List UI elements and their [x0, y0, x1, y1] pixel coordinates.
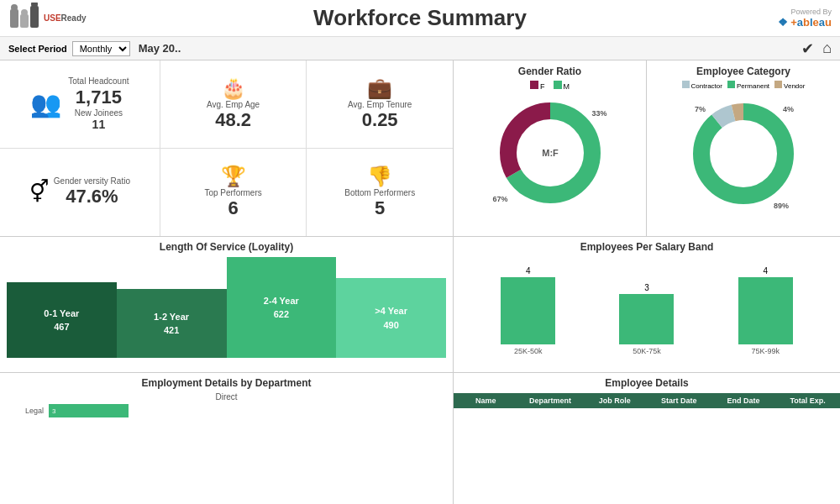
- salary-bar-rect-0: [501, 277, 555, 344]
- trophy-icon: 🏆: [221, 165, 246, 188]
- salary-bars-container: 4 25K-50k 3 50K-75k 4 75K-99k: [460, 256, 833, 355]
- employee-details-title: Employee Details: [454, 373, 840, 393]
- dept-name-0: Legal: [7, 407, 49, 415]
- female-legend: F: [530, 81, 545, 91]
- kpi-row: 👥 Total Headcount 1,715 New Joinees 11 🎂…: [0, 60, 840, 237]
- salary-bar-group-2: 4 75K-99k: [736, 266, 795, 355]
- tableau-logo: ❖ +ableau: [722, 16, 832, 29]
- page-title: Workforce Summary: [313, 5, 527, 30]
- select-period-label: Select Period: [8, 44, 67, 54]
- home-icon[interactable]: ⌂: [822, 39, 832, 58]
- employee-cat-donut-container: 89% 7% 4%: [685, 92, 802, 213]
- pct-33-label: 33%: [591, 109, 606, 118]
- avg-tenure-card: 💼 Avg. Emp Tenure 0.25: [307, 60, 453, 148]
- bottom-performers-card: 👎 Bottom Performers 5: [307, 149, 453, 237]
- date-label: May 20..: [139, 42, 181, 55]
- salary-val-1: 3: [644, 283, 649, 292]
- pct-89-label: 89%: [774, 202, 789, 210]
- toolbar: Select Period Monthly Weekly Yearly May …: [0, 37, 840, 60]
- employee-category-title: Employee Category: [652, 66, 835, 77]
- col-end: End Date: [711, 396, 776, 405]
- col-name: Name: [454, 396, 518, 405]
- dept-bar-fill-0: 3: [49, 404, 129, 417]
- permanent-legend: Permanent: [727, 81, 769, 90]
- loyalty-title: Length Of Service (Loyality): [7, 241, 446, 253]
- bottom-performers-label: Bottom Performers: [344, 188, 415, 197]
- avg-age-label: Avg. Emp Age: [207, 100, 260, 109]
- top-performers-value: 6: [228, 197, 238, 219]
- salary-section: Employees Per Salary Band 4 25K-50k 3 50…: [454, 237, 840, 372]
- bottom-performers-value: 5: [375, 197, 385, 219]
- employment-details-section: Employment Details by Department Direct …: [0, 373, 454, 504]
- col-role: Job Role: [582, 396, 647, 405]
- col-dept: Department: [518, 396, 583, 405]
- gender-ratio-section: Gender Ratio F M M:F 67% 33%: [454, 60, 647, 236]
- period-select[interactable]: Monthly Weekly Yearly: [72, 41, 130, 56]
- svg-rect-1: [20, 14, 29, 28]
- briefcase-icon: 💼: [367, 76, 392, 100]
- headcount-icon: 👥: [30, 89, 61, 118]
- loyalty-bar-0: 0-1 Year 467: [7, 282, 117, 358]
- main-content: 👥 Total Headcount 1,715 New Joinees 11 🎂…: [0, 60, 840, 504]
- svg-rect-2: [30, 6, 39, 28]
- gender-diversity-card: ⚥ Gender versity Ratio 47.6%: [0, 149, 160, 237]
- svg-text:M:F: M:F: [542, 148, 559, 158]
- svg-point-3: [11, 4, 18, 11]
- loyalty-bar-2: 2-4 Year 622: [227, 257, 337, 358]
- middle-row: Length Of Service (Loyality) 0-1 Year 46…: [0, 237, 840, 373]
- employee-details-section: Employee Details Name Department Job Rol…: [454, 373, 840, 504]
- salary-label-1: 50K-75k: [633, 347, 661, 355]
- pct-67-label: 67%: [493, 195, 508, 203]
- check-icon[interactable]: ✔: [801, 39, 814, 58]
- headcount-card: 👥 Total Headcount 1,715 New Joinees 11: [0, 60, 160, 148]
- loyalty-bars: 0-1 Year 467 1-2 Year 421 2-4 Year 622 >…: [7, 257, 446, 358]
- contractor-legend: Contractor: [682, 81, 722, 90]
- avg-tenure-value: 0.25: [362, 109, 398, 131]
- gender-icon: ⚥: [29, 179, 49, 205]
- logo-area: USEReady: [8, 3, 118, 34]
- salary-bar-group-0: 4 25K-50k: [499, 266, 558, 355]
- loyalty-section: Length Of Service (Loyality) 0-1 Year 46…: [0, 237, 454, 372]
- bottom-row: Employment Details by Department Direct …: [0, 373, 840, 504]
- dept-category-label: Direct: [7, 392, 446, 402]
- pct-7-label: 7%: [695, 105, 706, 113]
- salary-bar-rect-1: [619, 294, 674, 344]
- thumbsdown-icon: 👎: [367, 165, 392, 188]
- tableau-area: Powered By ❖ +ableau: [722, 8, 832, 29]
- col-exp: Total Exp.: [775, 396, 840, 405]
- svg-point-4: [21, 9, 28, 16]
- header: USEReady Workforce Summary Powered By ❖ …: [0, 0, 840, 37]
- salary-val-0: 4: [526, 266, 531, 276]
- headcount-label: Total Headcount: [68, 76, 129, 87]
- birthday-icon: 🎂: [221, 76, 246, 100]
- loyalty-bar-1: 1-2 Year 421: [117, 289, 227, 358]
- employment-details-title: Employment Details by Department: [7, 377, 446, 389]
- gender-donut-container: M:F 67% 33%: [491, 94, 609, 212]
- gender-diversity-label: Gender versity Ratio: [54, 176, 130, 186]
- employee-details-header: Name Department Job Role Start Date End …: [454, 393, 840, 408]
- svg-rect-0: [10, 9, 18, 28]
- pct-4-label: 4%: [783, 105, 794, 113]
- avg-age-card: 🎂 Avg. Emp Age 48.2: [160, 60, 307, 148]
- top-performers-card: 🏆 Top Performers 6: [160, 149, 307, 237]
- vendor-legend: Vendor: [774, 81, 805, 90]
- salary-bar-rect-2: [738, 277, 793, 344]
- salary-title: Employees Per Salary Band: [460, 241, 833, 253]
- male-legend: M: [554, 81, 570, 91]
- salary-label-0: 25K-50k: [514, 347, 543, 355]
- title-area: Workforce Summary: [118, 5, 722, 31]
- employee-category-legend: Contractor Permanent Vendor: [652, 81, 835, 90]
- avg-age-value: 48.2: [215, 109, 251, 131]
- salary-val-2: 4: [764, 266, 769, 276]
- gender-ratio-title: Gender Ratio: [459, 66, 641, 77]
- headcount-sub-value: 11: [68, 118, 129, 131]
- logo-text: USEReady: [44, 13, 87, 23]
- salary-bar-group-1: 3 50K-75k: [617, 283, 676, 355]
- salary-label-2: 75K-99k: [752, 347, 780, 355]
- headcount-sub-label: New Joinees: [68, 108, 129, 118]
- kpi-panel: 👥 Total Headcount 1,715 New Joinees 11 🎂…: [0, 60, 454, 236]
- powered-by-label: Powered By: [722, 8, 832, 16]
- gender-diversity-value: 47.6%: [54, 186, 130, 207]
- top-performers-label: Top Performers: [204, 188, 261, 197]
- avg-tenure-label: Avg. Emp Tenure: [348, 100, 412, 109]
